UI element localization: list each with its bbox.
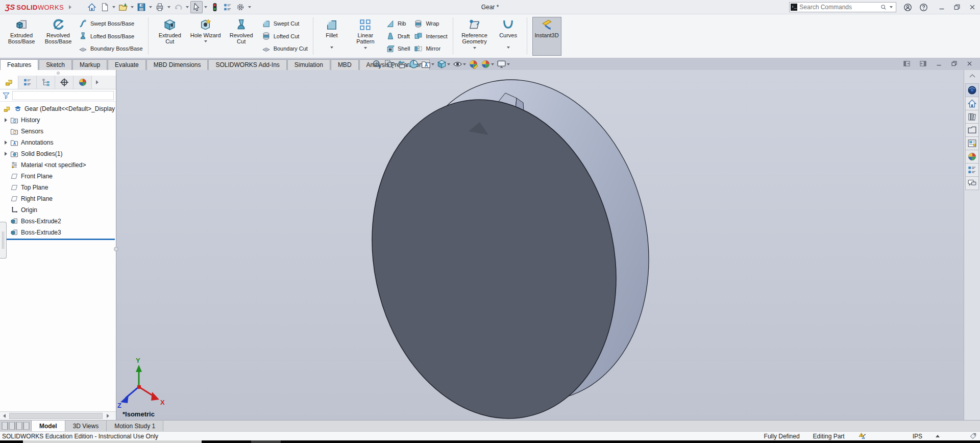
tree-item-right-plane[interactable]: Right Plane <box>0 193 116 204</box>
tree-item-annotations[interactable]: Annotations <box>0 137 116 148</box>
rollback-bar[interactable] <box>1 239 115 240</box>
view-orientation-dropdown[interactable] <box>447 63 450 65</box>
show-right-pane-button[interactable] <box>919 60 927 67</box>
swept-cut-button[interactable]: Swept Cut <box>262 19 308 28</box>
view-palette-button[interactable] <box>965 136 979 150</box>
custom-properties-button[interactable] <box>965 163 979 177</box>
status-units[interactable]: IPS <box>913 433 922 440</box>
tree-item-boss-extrude3[interactable]: Boss-Extrude3 <box>0 227 116 238</box>
viewport-canvas[interactable]: Y X Z <box>116 70 964 420</box>
doc-minimize-button[interactable] <box>936 60 942 67</box>
task-pane-home-button[interactable] <box>965 97 979 110</box>
graphics-viewport[interactable]: Y X Z *Isometric <box>116 70 964 420</box>
mirror-button[interactable]: Mirror <box>414 44 447 53</box>
save-dropdown[interactable] <box>149 6 152 8</box>
expand-arrow-icon[interactable] <box>3 141 8 145</box>
undo-button[interactable] <box>172 1 184 13</box>
gear-model[interactable] <box>344 70 678 420</box>
linear-pattern-button[interactable]: Linear Pattern <box>349 17 382 56</box>
zoom-to-area-button[interactable] <box>384 59 395 69</box>
tab-features[interactable]: Features <box>0 59 38 70</box>
prev-tab-button[interactable] <box>9 422 15 430</box>
tree-horizontal-scrollbar[interactable] <box>0 411 116 420</box>
filter-funnel-icon[interactable] <box>2 91 10 100</box>
tab-mbd-dimensions[interactable]: MBD Dimensions <box>146 59 208 70</box>
curves-button[interactable]: Curves <box>495 17 522 56</box>
reference-geometry-dropdown[interactable] <box>473 47 476 49</box>
annotation-views-button[interactable] <box>421 59 435 69</box>
reference-geometry-button[interactable]: Reference Geometry <box>458 17 491 56</box>
edit-appearance-button[interactable] <box>468 59 479 69</box>
tab-display-manager[interactable] <box>74 76 92 89</box>
view-settings-button[interactable] <box>496 59 510 69</box>
new-document-dropdown[interactable] <box>112 6 115 8</box>
solidworks-resources-button[interactable] <box>965 83 979 97</box>
expand-arrow-icon[interactable] <box>3 118 8 122</box>
tree-item-top-plane[interactable]: Top Plane <box>0 182 116 193</box>
options-dropdown[interactable] <box>248 6 251 8</box>
hole-wizard-dropdown[interactable] <box>204 40 207 42</box>
instant3d-button[interactable]: Instant3D <box>532 17 561 56</box>
fillet-button[interactable]: Fillet <box>318 17 345 56</box>
panel-flyout-handle[interactable] <box>0 222 7 259</box>
lofted-cut-button[interactable]: Lofted Cut <box>262 32 308 40</box>
hide-show-items-dropdown[interactable] <box>463 63 466 65</box>
tree-root-gear[interactable]: Gear (Default<<Default>_Display <box>0 103 116 114</box>
feature-manager-tabs-overflow[interactable] <box>92 76 102 89</box>
tab-mbd[interactable]: MBD <box>331 59 359 70</box>
print-button[interactable] <box>154 1 166 13</box>
first-tab-button[interactable] <box>2 422 8 430</box>
search-input[interactable] <box>799 4 878 11</box>
shell-button[interactable]: Shell <box>386 44 410 53</box>
doc-restore-button[interactable] <box>951 60 958 67</box>
search-icon[interactable] <box>880 4 887 11</box>
tab-configuration-manager[interactable] <box>37 76 55 89</box>
hole-wizard-button[interactable]: Hole Wizard <box>190 17 221 56</box>
design-library-button[interactable] <box>965 110 979 124</box>
panel-splitter-handle[interactable] <box>114 247 118 251</box>
tree-item-solid-bodies[interactable]: Solid Bodies(1) <box>0 148 116 159</box>
close-button[interactable] <box>969 4 976 11</box>
curves-dropdown[interactable] <box>507 46 510 49</box>
file-explorer-button[interactable] <box>965 123 979 137</box>
performance-status-icon[interactable] <box>858 432 866 440</box>
tab-dimxpert-manager[interactable] <box>55 76 74 89</box>
tab-sketch[interactable]: Sketch <box>39 59 72 70</box>
section-view-button[interactable] <box>408 59 419 69</box>
tree-item-origin[interactable]: Origin <box>0 204 116 216</box>
scrollbar-thumb[interactable] <box>9 413 103 419</box>
extruded-boss-base-button[interactable]: Extruded Boss/Base <box>5 17 38 56</box>
open-dropdown[interactable] <box>131 6 134 8</box>
boundary-boss-base-button[interactable]: Boundary Boss/Base <box>79 44 143 53</box>
tab-model[interactable]: Model <box>32 421 65 431</box>
comments-button[interactable] <box>965 176 979 190</box>
tree-item-boss-extrude2[interactable]: Boss-Extrude2 <box>0 216 116 227</box>
task-pane-collapse-button[interactable] <box>969 72 975 80</box>
account-button[interactable] <box>903 3 912 12</box>
apply-scene-dropdown[interactable] <box>491 63 494 65</box>
revolved-boss-base-button[interactable]: Revolved Boss/Base <box>42 17 75 56</box>
last-tab-button[interactable] <box>23 422 30 430</box>
tab-simulation[interactable]: Simulation <box>287 59 330 70</box>
view-orientation-button[interactable] <box>436 59 451 69</box>
annotation-views-dropdown[interactable] <box>431 63 434 65</box>
tree-item-sensors[interactable]: Sensors <box>0 126 116 137</box>
fillet-dropdown[interactable] <box>330 46 333 49</box>
boundary-cut-button[interactable]: Boundary Cut <box>262 44 308 53</box>
restore-button[interactable] <box>953 4 961 11</box>
extruded-cut-button[interactable]: Extruded Cut <box>154 17 186 56</box>
rib-button[interactable]: Rib <box>386 19 410 28</box>
next-tab-button[interactable] <box>16 422 22 430</box>
panel-grip[interactable] <box>0 70 116 76</box>
minimize-button[interactable] <box>938 4 945 11</box>
tab-motion-study-1[interactable]: Motion Study 1 <box>107 421 163 431</box>
search-scope-icon[interactable]: ›_ <box>791 4 797 11</box>
apply-scene-button[interactable] <box>480 59 495 69</box>
tab-feature-manager[interactable] <box>0 76 18 89</box>
save-button[interactable] <box>135 1 148 13</box>
search-dropdown[interactable] <box>890 6 893 8</box>
hide-show-items-button[interactable] <box>452 59 467 69</box>
rebuild-button[interactable] <box>209 1 221 13</box>
select-dropdown[interactable] <box>204 6 207 8</box>
print-dropdown[interactable] <box>167 6 170 8</box>
